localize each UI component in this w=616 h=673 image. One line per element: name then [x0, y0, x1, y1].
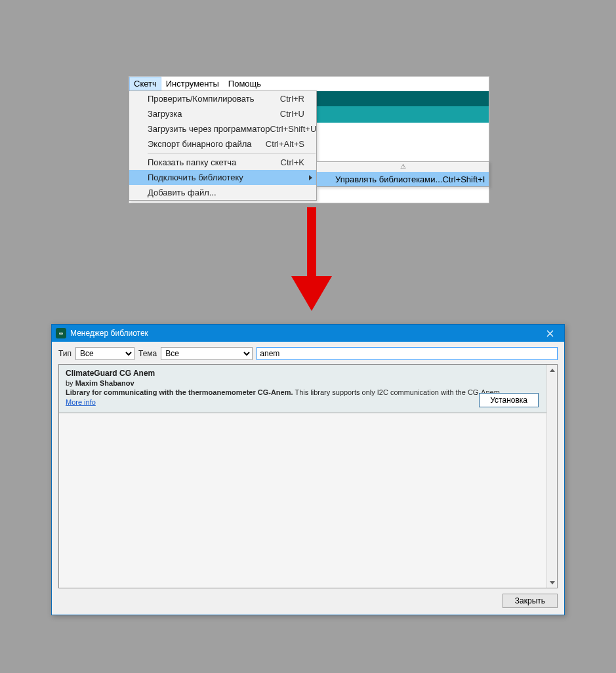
menu-item-add-file[interactable]: Добавить файл... [129, 185, 316, 200]
submenu-arrow-icon [309, 175, 312, 180]
filter-toolbar: Тип Все Тема Все [52, 342, 564, 364]
menu-item-upload-programmer[interactable]: Загрузить через программатор Ctrl+Shift+… [129, 121, 316, 136]
include-library-submenu: ⚠ Управлять библиотеками... Ctrl+Shift+I [316, 161, 489, 187]
ide-teal-bar [317, 91, 489, 106]
theme-label: Тема [138, 349, 157, 358]
menu-item-label: Загрузить через программатор [148, 124, 270, 134]
menu-item-shortcut: Ctrl+Shift+I [442, 174, 491, 184]
menu-item-include-library[interactable]: Подключить библиотеку [129, 170, 316, 185]
scroll-up-button[interactable] [547, 365, 557, 375]
menu-item-manage-libraries[interactable]: Управлять библиотеками... Ctrl+Shift+I [317, 172, 489, 186]
menu-separator [148, 153, 316, 153]
menu-item-shortcut: Ctrl+Shift+U [270, 124, 329, 134]
arduino-icon: ∞ [56, 328, 66, 338]
theme-select[interactable]: Все [161, 347, 253, 360]
install-button[interactable]: Установка [479, 393, 539, 407]
menu-item-verify[interactable]: Проверить/Компилировать Ctrl+R [129, 91, 316, 106]
library-author: by Maxim Shabanov [66, 379, 540, 387]
menu-item-shortcut: Ctrl+U [280, 109, 316, 119]
library-title: ClimateGuard CG Anem [66, 369, 540, 378]
results-panel: ClimateGuard CG Anem by Maxim Shabanov L… [58, 364, 558, 588]
dialog-title: Менеджер библиотек [70, 329, 535, 338]
close-icon [546, 330, 554, 337]
red-arrow-icon [289, 207, 335, 312]
titlebar[interactable]: ∞ Менеджер библиотек [52, 325, 564, 342]
menu-item-upload[interactable]: Загрузка Ctrl+U [129, 106, 316, 121]
more-info-link[interactable]: More info [66, 398, 96, 406]
menu-item-label: Проверить/Компилировать [148, 94, 280, 104]
menu-item-label: Загрузка [148, 109, 280, 119]
type-select[interactable]: Все [75, 347, 134, 360]
sketch-dropdown: Проверить/Компилировать Ctrl+R Загрузка … [129, 91, 317, 201]
menu-item-label: Экспорт бинарного файла [148, 139, 266, 149]
menu-item-label: Показать папку скетча [148, 157, 281, 167]
close-button[interactable] [535, 325, 564, 342]
results-empty-area [59, 413, 546, 588]
menu-item-show-folder[interactable]: Показать папку скетча Ctrl+K [129, 155, 316, 170]
ide-teal-bar-2 [317, 106, 489, 123]
menu-sketch[interactable]: Скетч [129, 77, 161, 91]
submenu-warning-icon: ⚠ [317, 162, 489, 172]
menu-item-label: Подключить библиотеку [148, 173, 316, 182]
search-input[interactable] [257, 347, 558, 360]
menu-item-label: Управлять библиотеками... [335, 174, 442, 184]
scroll-down-button[interactable] [547, 577, 557, 588]
menu-item-shortcut: Ctrl+K [281, 157, 316, 167]
type-label: Тип [58, 349, 72, 358]
menu-item-shortcut: Ctrl+R [280, 94, 316, 104]
library-manager-dialog: ∞ Менеджер библиотек Тип Все Тема Все Cl… [51, 324, 565, 615]
menu-item-label: Добавить файл... [148, 188, 316, 197]
dialog-footer: Закрыть [52, 588, 564, 615]
menu-item-export-bin[interactable]: Экспорт бинарного файла Ctrl+Alt+S [129, 136, 316, 152]
scrollbar[interactable] [546, 365, 557, 588]
menu-item-shortcut: Ctrl+Alt+S [266, 139, 316, 149]
library-item[interactable]: ClimateGuard CG Anem by Maxim Shabanov L… [59, 365, 546, 413]
menu-help[interactable]: Помощь [224, 77, 266, 91]
library-description: Library for communicating with the therm… [66, 388, 540, 398]
menu-tools[interactable]: Инструменты [161, 77, 224, 91]
menubar: Скетч Инструменты Помощь [129, 77, 489, 91]
close-dialog-button[interactable]: Закрыть [503, 594, 558, 608]
